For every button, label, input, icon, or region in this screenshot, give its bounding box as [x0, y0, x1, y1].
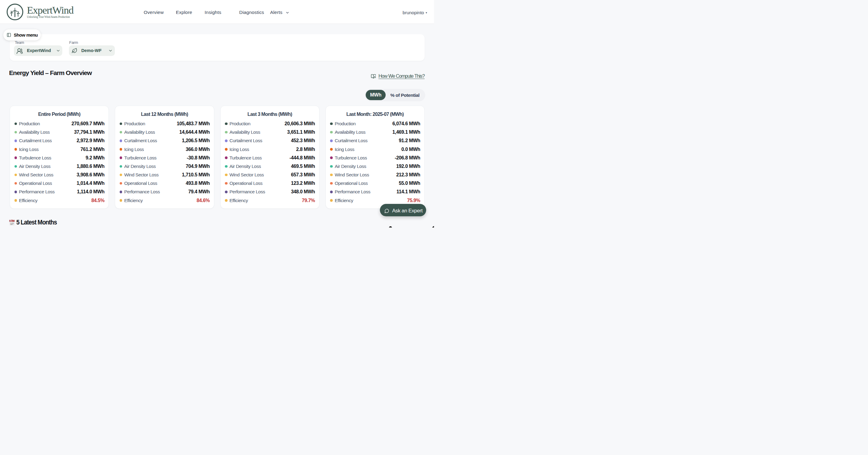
- svg-text:JUL: JUL: [10, 220, 13, 222]
- svg-text:17: 17: [10, 222, 13, 225]
